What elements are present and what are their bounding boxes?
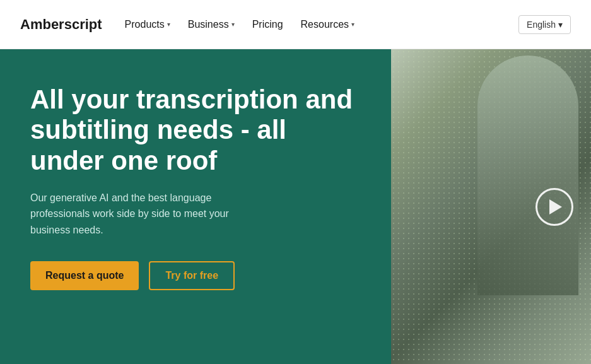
nav-resources-label: Resources: [301, 19, 349, 30]
nav-links: Products ▾ Business ▾ Pricing Resources …: [125, 19, 518, 30]
resources-chevron-icon: ▾: [351, 21, 354, 28]
hero-subtitle: Our generative AI and the best language …: [30, 190, 270, 238]
nav-item-resources[interactable]: Resources ▾: [301, 19, 354, 30]
language-selector[interactable]: English ▾: [518, 15, 571, 34]
hero-buttons: Request a quote Try for free: [30, 261, 361, 290]
nav-business-label: Business: [188, 19, 229, 30]
navbar: Amberscript Products ▾ Business ▾ Pricin…: [0, 0, 591, 49]
person-silhouette: [477, 56, 578, 295]
nav-pricing-label: Pricing: [252, 19, 283, 30]
hero-content: All your transcription and subtitling ne…: [0, 49, 391, 364]
nav-item-products[interactable]: Products ▾: [125, 19, 170, 30]
logo[interactable]: Amberscript: [20, 16, 102, 33]
nav-item-business[interactable]: Business ▾: [188, 19, 235, 30]
play-button[interactable]: [535, 188, 573, 226]
business-chevron-icon: ▾: [231, 21, 235, 28]
try-for-free-button[interactable]: Try for free: [149, 261, 235, 290]
request-quote-button[interactable]: Request a quote: [30, 261, 139, 290]
hero-section: All your transcription and subtitling ne…: [0, 49, 591, 364]
language-chevron-icon: ▾: [558, 20, 563, 30]
hero-video-thumbnail[interactable]: [391, 49, 591, 364]
products-chevron-icon: ▾: [167, 21, 170, 28]
play-icon: [549, 199, 562, 214]
hero-title: All your transcription and subtitling ne…: [30, 85, 361, 176]
nav-item-pricing[interactable]: Pricing: [252, 19, 283, 30]
nav-products-label: Products: [125, 19, 165, 30]
language-label: English: [527, 20, 556, 30]
